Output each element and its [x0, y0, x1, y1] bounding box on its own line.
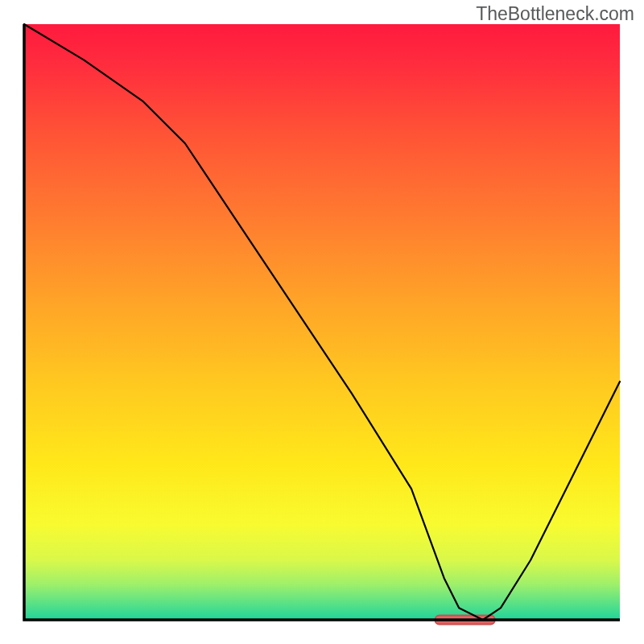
watermark-text: TheBottleneck.com — [476, 3, 634, 25]
gradient-background — [24, 24, 620, 620]
chart-container: { "watermark": "TheBottleneck.com", "cha… — [0, 0, 644, 644]
bottleneck-chart — [0, 0, 644, 644]
